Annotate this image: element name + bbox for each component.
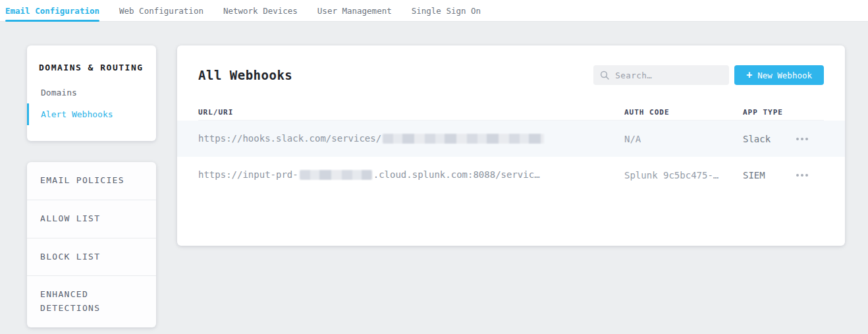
domains-routing-nav: DomainsAlert Webhooks — [27, 82, 156, 125]
search-input[interactable] — [615, 70, 722, 80]
tab-bar: Email ConfigurationWeb ConfigurationNetw… — [0, 0, 868, 22]
page-content: DOMAINS & ROUTING DomainsAlert Webhooks … — [0, 22, 868, 327]
tab-email-configuration[interactable]: Email Configuration — [5, 0, 99, 21]
sidebar-section-enhanced-detections[interactable]: ENHANCED DETECTIONS — [27, 275, 156, 327]
redacted-blur — [300, 170, 372, 180]
page-title: All Webhooks — [198, 68, 292, 82]
search-box[interactable] — [593, 65, 729, 85]
row-actions — [795, 134, 824, 144]
column-header-app-type: APP TYPE — [743, 108, 795, 117]
sidebar-item-domains[interactable]: Domains — [27, 82, 156, 103]
domains-routing-card: DOMAINS & ROUTING DomainsAlert Webhooks — [27, 45, 156, 141]
row-actions — [795, 170, 824, 181]
url-text: .cloud.splunk.com:8088/servic… — [373, 169, 540, 180]
tab-single-sign-on[interactable]: Single Sign On — [412, 0, 481, 21]
auth-code: N/A — [624, 134, 743, 144]
webhook-url: https://input-prd-.cloud.splunk.com:8088… — [198, 169, 624, 181]
ellipsis-icon[interactable] — [795, 170, 809, 181]
webhooks-panel: All Webhooks + New Webhook URL/URI AUTH … — [177, 45, 845, 246]
table-row[interactable]: https://input-prd-.cloud.splunk.com:8088… — [198, 157, 824, 193]
domains-routing-title: DOMAINS & ROUTING — [27, 63, 156, 72]
sidebar-sections-card: EMAIL POLICIESALLOW LISTBLOCK LISTENHANC… — [27, 162, 156, 327]
column-header-url: URL/URI — [198, 108, 624, 117]
webhooks-table: URL/URI AUTH CODE APP TYPE https://hooks… — [198, 105, 824, 193]
table-row[interactable]: https://hooks.slack.com/services/N/ASlac… — [177, 121, 845, 157]
webhooks-header: All Webhooks + New Webhook — [198, 64, 824, 86]
webhook-url: https://hooks.slack.com/services/ — [198, 133, 624, 144]
ellipsis-icon[interactable] — [795, 134, 809, 144]
app-type: SIEM — [743, 170, 795, 181]
tab-web-configuration[interactable]: Web Configuration — [119, 0, 203, 21]
new-webhook-button[interactable]: + New Webhook — [734, 65, 824, 85]
plus-icon: + — [746, 70, 752, 80]
table-body: https://hooks.slack.com/services/N/ASlac… — [198, 121, 824, 193]
tab-network-devices[interactable]: Network Devices — [223, 0, 298, 21]
url-text: https://input-prd- — [198, 169, 298, 180]
sidebar-section-block-list[interactable]: BLOCK LIST — [27, 238, 156, 276]
sidebar-item-alert-webhooks[interactable]: Alert Webhooks — [27, 103, 156, 125]
magnifier-icon — [600, 70, 609, 80]
redacted-blur — [383, 134, 544, 144]
sidebar-section-allow-list[interactable]: ALLOW LIST — [27, 200, 156, 238]
url-text: https://hooks.slack.com/services/ — [198, 133, 381, 144]
table-header-row: URL/URI AUTH CODE APP TYPE — [198, 105, 824, 121]
column-header-auth-code: AUTH CODE — [624, 108, 743, 117]
app-type: Slack — [743, 134, 795, 144]
new-webhook-label: New Webhook — [757, 70, 812, 80]
sidebar-section-email-policies[interactable]: EMAIL POLICIES — [27, 162, 156, 200]
auth-code: Splunk 9c5bc475-… — [624, 170, 743, 181]
tab-user-management[interactable]: User Management — [317, 0, 392, 21]
sidebar: DOMAINS & ROUTING DomainsAlert Webhooks … — [27, 45, 156, 327]
